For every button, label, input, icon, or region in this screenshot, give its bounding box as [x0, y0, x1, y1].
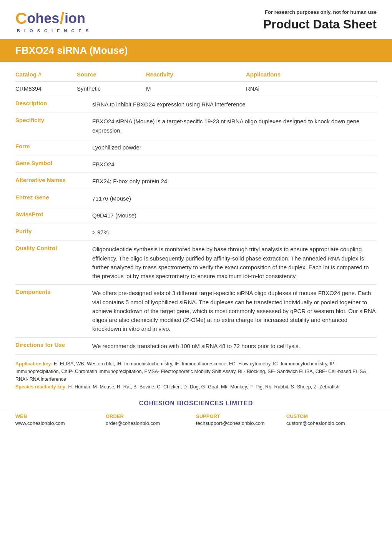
footer-label-order: ORDER — [106, 413, 196, 419]
logo-area: C ohes / ion B I O S C I E N C E S — [15, 9, 90, 33]
info-row-3: Gene SymbolFBXO24 — [15, 156, 377, 173]
application-key-label: Application key: — [15, 361, 53, 367]
footer-value-support: techsupport@cohesionbio.com — [196, 420, 286, 426]
info-value-0: siRNA to inhibit FBXO24 expression using… — [92, 100, 377, 109]
application-key-text: E- ELISA, WB- Western blot, IH- Immunohi… — [15, 361, 367, 382]
header: C ohes / ion B I O S C I E N C E S For r… — [0, 0, 392, 39]
table-data-row: CRM8394 Synthetic M RNAi — [15, 81, 377, 96]
info-value-1: FBXO24 siRNA (Mouse) is a target-specifi… — [92, 117, 377, 135]
info-value-6: Q9D417 (Mouse) — [92, 211, 377, 220]
footer-col-custom: CUSTOM custom@cohesionbio.com — [286, 413, 377, 426]
col-header-reactivity: Reactivity — [146, 71, 246, 78]
product-title: FBXO24 siRNA (Mouse) — [15, 45, 377, 56]
main-content: Catalog # Source Reactivity Applications… — [0, 66, 392, 393]
info-row-8: Quality ControlOligonucleotide synthesis… — [15, 241, 377, 285]
footer-label-support: SUPPORT — [196, 413, 286, 419]
footer-links: WEB www.cohesionbio.com ORDER order@cohe… — [0, 411, 392, 434]
info-row-2: FormLyophilized powder — [15, 139, 377, 156]
footer-company-name: COHESION BIOSCIENCES LIMITED — [0, 393, 392, 411]
header-right: For research purposes only, not for huma… — [263, 9, 377, 32]
info-row-9: ComponentsWe offers pre-designed sets of… — [15, 285, 377, 337]
col-header-source: Source — [77, 71, 146, 78]
page-title: Product Data Sheet — [263, 17, 377, 32]
species-key-text: H- Human, M- Mouse, R- Rat, B- Bovine, C… — [68, 384, 340, 390]
cell-catalog: CRM8394 — [15, 85, 77, 92]
info-label-9: Components — [15, 289, 92, 295]
footer-col-web: WEB www.cohesionbio.com — [15, 413, 106, 426]
logo: C ohes / ion — [15, 9, 90, 28]
footer-value-custom: custom@cohesionbio.com — [286, 420, 377, 426]
info-label-6: SwissProt — [15, 211, 92, 217]
info-label-2: Form — [15, 143, 92, 149]
info-value-5: 71176 (Mouse) — [92, 194, 377, 203]
info-value-3: FBXO24 — [92, 160, 377, 169]
footer-label-custom: CUSTOM — [286, 413, 377, 419]
info-label-10: Directions for Use — [15, 342, 92, 348]
cell-applications: RNAi — [246, 85, 377, 92]
application-key-section: Application key: E- ELISA, WB- Western b… — [15, 355, 377, 393]
info-row-4: Alternative NamesFBX24; F-box only prote… — [15, 173, 377, 190]
info-row-5: Entrez Gene71176 (Mouse) — [15, 190, 377, 207]
info-value-8: Oligonucleotide synthesis is monitored b… — [92, 245, 377, 280]
logo-slash-icon: / — [60, 9, 64, 28]
footer-value-order: order@cohesionbio.com — [106, 420, 196, 426]
footer-col-order: ORDER order@cohesionbio.com — [106, 413, 196, 426]
cell-source: Synthetic — [77, 85, 146, 92]
info-label-1: Specificity — [15, 117, 92, 123]
info-row-10: Directions for UseWe recommends transfec… — [15, 338, 377, 355]
info-label-8: Quality Control — [15, 245, 92, 251]
table-header-row: Catalog # Source Reactivity Applications — [15, 66, 377, 81]
info-row-0: DescriptionsiRNA to inhibit FBXO24 expre… — [15, 96, 377, 113]
logo-biosciences-text: B I O S C I E N C E S — [15, 28, 90, 33]
logo-ohes-text: ohes — [27, 10, 59, 27]
info-label-4: Alternative Names — [15, 177, 92, 183]
col-header-catalog: Catalog # — [15, 71, 77, 78]
info-value-10: We recommends transfection with 100 nM s… — [92, 342, 377, 350]
col-header-applications: Applications — [246, 71, 377, 78]
info-value-2: Lyophilized powder — [92, 143, 377, 152]
info-value-4: FBX24; F-box only protein 24 — [92, 177, 377, 186]
info-value-7: > 97% — [92, 228, 377, 237]
info-row-1: SpecificityFBXO24 siRNA (Mouse) is a tar… — [15, 113, 377, 139]
footer-col-support: SUPPORT techsupport@cohesionbio.com — [196, 413, 286, 426]
logo-c-letter: C — [15, 9, 27, 28]
info-row-6: SwissProtQ9D417 (Mouse) — [15, 207, 377, 224]
info-label-7: Purity — [15, 228, 92, 234]
info-label-5: Entrez Gene — [15, 194, 92, 201]
info-rows-container: DescriptionsiRNA to inhibit FBXO24 expre… — [15, 96, 377, 355]
species-key-label: Species reactivity key: — [15, 384, 67, 390]
logo-ion-text: ion — [65, 10, 85, 27]
footer-label-web: WEB — [15, 413, 106, 419]
footer-value-web: www.cohesionbio.com — [15, 420, 106, 426]
info-value-9: We offers pre-designed sets of 3 differe… — [92, 289, 377, 333]
info-label-0: Description — [15, 100, 92, 106]
info-row-7: Purity> 97% — [15, 224, 377, 241]
cell-reactivity: M — [146, 85, 246, 92]
research-notice: For research purposes only, not for huma… — [263, 9, 377, 15]
info-label-3: Gene Symbol — [15, 160, 92, 166]
product-title-bar: FBXO24 siRNA (Mouse) — [0, 39, 392, 62]
